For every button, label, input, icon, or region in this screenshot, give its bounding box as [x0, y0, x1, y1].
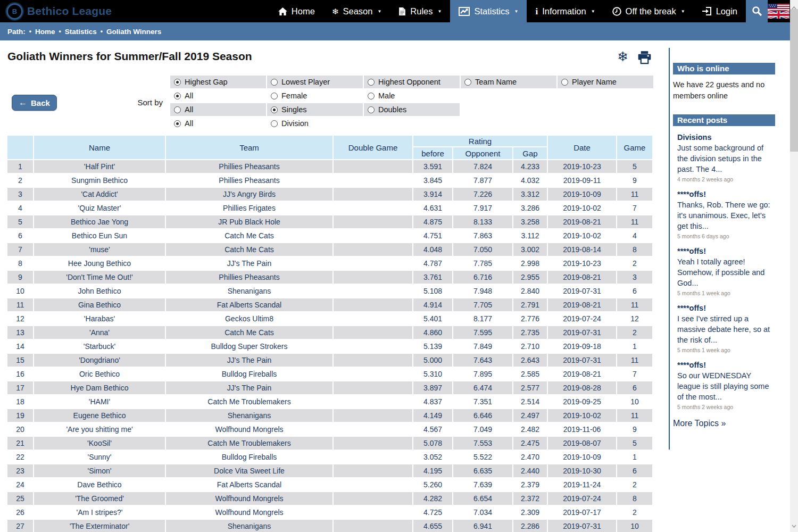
- more-topics-link[interactable]: More Topics »: [673, 419, 775, 428]
- breadcrumb-link-goliath-winners[interactable]: Goliath Winners: [106, 28, 161, 36]
- sort-option-empty: [558, 117, 653, 130]
- cell-opponent: 7.553: [453, 437, 512, 450]
- cell-name: Oric Bethico: [34, 368, 165, 380]
- cell-game: 4: [617, 229, 652, 242]
- cell-rank: 22: [7, 451, 33, 463]
- nav-item-off-the-break[interactable]: Off the break▼: [604, 0, 694, 22]
- sort-option-doubles[interactable]: Doubles: [364, 103, 460, 116]
- post-title[interactable]: ****offs!: [677, 304, 775, 312]
- cell-opponent: 8.177: [453, 312, 512, 325]
- sort-option-male[interactable]: Male: [364, 89, 460, 102]
- nav-item-rules[interactable]: Rules▼: [390, 0, 450, 22]
- post-item: ****offs!Yeah I totally agree! Somehow, …: [677, 247, 775, 296]
- cell-before: 4.631: [413, 202, 452, 214]
- nav-item-season[interactable]: ❄Season▼: [323, 0, 390, 22]
- cell-before: 4.837: [413, 395, 452, 408]
- search-button[interactable]: [746, 0, 768, 22]
- cell-before: 5.139: [413, 340, 452, 353]
- chart-icon: [459, 7, 470, 16]
- chevron-down-icon: ▼: [591, 9, 595, 14]
- sort-option-team-name[interactable]: Team Name: [461, 76, 556, 88]
- cell-rank: 8: [7, 257, 33, 270]
- post-timestamp: 5 months 1 week ago: [677, 290, 775, 296]
- cell-gap: 2.585: [513, 368, 547, 380]
- cell-rank: 5: [7, 215, 33, 228]
- sort-option-all[interactable]: All: [170, 103, 266, 116]
- cell-double-game: [334, 423, 412, 436]
- cell-rank: 16: [7, 368, 33, 380]
- cell-double-game: [334, 160, 412, 173]
- clock-icon: [612, 7, 621, 16]
- cell-team: Geckos Ultim8: [166, 312, 332, 325]
- bullet-icon: •: [101, 28, 103, 35]
- sort-option-lowest-player[interactable]: Lowest Player: [267, 76, 363, 88]
- back-button[interactable]: ← Back: [12, 95, 57, 111]
- sort-option-highest-gap[interactable]: Highest Gap: [170, 76, 266, 88]
- chevron-down-icon: ▼: [514, 9, 518, 14]
- cell-double-game: [334, 298, 412, 311]
- breadcrumb-link-home[interactable]: Home: [35, 28, 55, 36]
- page-scrollbar[interactable]: [790, 0, 798, 532]
- cell-date: 2019-10-02: [548, 229, 616, 242]
- cell-opponent: 7.643: [453, 354, 512, 367]
- post-title[interactable]: Divisions: [677, 133, 775, 142]
- post-title[interactable]: ****offs!: [677, 361, 775, 369]
- season-snowflake-icon[interactable]: ❄: [617, 49, 628, 64]
- cell-opponent: 7.895: [453, 368, 512, 380]
- language-flag-icon[interactable]: [768, 4, 789, 19]
- home-icon: [278, 7, 287, 15]
- cell-date: 2019-08-07: [548, 437, 616, 450]
- sort-option-highest-opponent[interactable]: Highest Opponent: [364, 76, 460, 88]
- cell-game: 3: [617, 271, 652, 284]
- sort-option-singles[interactable]: Singles: [267, 103, 363, 116]
- scroll-down-icon[interactable]: [792, 520, 796, 530]
- table-row: 12'Harabas'Geckos Ultim85.4018.1772.7762…: [7, 312, 652, 325]
- table-row: 21'KooSil'Catch Me Troublemakers5.0787.5…: [7, 437, 652, 450]
- header-name: Name: [34, 136, 165, 159]
- table-row: 13'Anna'Catch Me Cats4.8607.5952.7352019…: [7, 326, 652, 339]
- login-icon: [702, 7, 712, 15]
- cell-rank: 13: [7, 326, 33, 339]
- cell-double-game: [334, 478, 412, 491]
- cell-game: 2: [617, 506, 652, 519]
- brand-logo[interactable]: B Bethico League: [0, 0, 177, 22]
- cell-team: Bulldog Super Strokers: [166, 340, 332, 353]
- sort-option-player-name[interactable]: Player Name: [558, 76, 653, 88]
- cell-opponent: 6.716: [453, 271, 512, 284]
- cell-rank: 27: [7, 520, 33, 532]
- cell-date: 2019-08-21: [548, 298, 616, 311]
- cell-before: 5.078: [413, 437, 452, 450]
- table-row: 11Gina BethicoFat Alberts Scandal4.9147.…: [7, 298, 652, 311]
- nav-item-home[interactable]: Home: [270, 0, 323, 22]
- cell-date: 2019-10-02: [548, 409, 616, 422]
- cell-before: 5.108: [413, 285, 452, 297]
- table-row: 17Hye Dam BethicoJJ's The Pain3.8976.474…: [7, 381, 652, 394]
- sort-option-female[interactable]: Female: [267, 89, 363, 102]
- sort-option-empty: [461, 117, 556, 130]
- sort-option-division[interactable]: Division: [267, 117, 363, 130]
- breadcrumb-items: •Home•Statistics•Goliath Winners: [29, 28, 162, 36]
- table-row: 23'Simon'Dolce Vita Sweet Life4.1956.635…: [7, 464, 652, 477]
- cell-gap: 4.233: [513, 160, 547, 173]
- breadcrumb-link-statistics[interactable]: Statistics: [65, 28, 97, 36]
- print-icon[interactable]: [637, 51, 652, 66]
- scrollbar-thumb[interactable]: [790, 9, 798, 152]
- post-title[interactable]: ****offs!: [677, 247, 775, 255]
- nav-item-login[interactable]: Login: [694, 0, 746, 22]
- cell-double-game: [334, 381, 412, 394]
- cell-opponent: 7.639: [453, 478, 512, 491]
- sort-option-all[interactable]: All: [170, 117, 266, 130]
- cell-opponent: 7.226: [453, 188, 512, 201]
- post-title[interactable]: ****offs!: [677, 190, 775, 198]
- nav-item-statistics[interactable]: Statistics▼: [450, 0, 527, 22]
- cell-rank: 4: [7, 202, 33, 214]
- radio-icon: [271, 93, 278, 99]
- cell-name: 'Sunny': [34, 451, 165, 463]
- cell-double-game: [334, 312, 412, 325]
- sort-option-all[interactable]: All: [170, 89, 266, 102]
- cell-team: JJ's The Pain: [166, 381, 332, 394]
- cell-name: 'Quiz Master': [34, 202, 165, 214]
- table-row: 9'Don't Time Me Out!'Phillies Pheasants3…: [7, 271, 652, 284]
- cell-double-game: [334, 464, 412, 477]
- nav-item-information[interactable]: iInformation▼: [527, 0, 603, 22]
